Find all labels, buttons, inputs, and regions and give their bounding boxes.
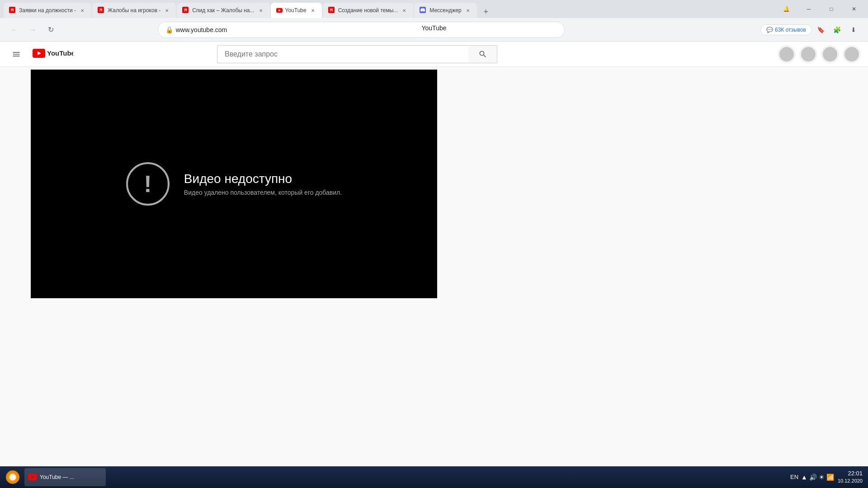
youtube-icon-btn-4[interactable] (843, 45, 861, 63)
youtube-search-wrap (217, 45, 497, 63)
back-button[interactable]: ← (7, 23, 22, 37)
tab-1-close[interactable]: ✕ (79, 7, 86, 14)
reviews-count: 63К отзывов (775, 27, 806, 33)
tab-4-youtube[interactable]: YouTube ✕ (271, 3, 322, 18)
title-bar: Я Заявки на должности - ✕ Я Жалобы на иг… (0, 0, 868, 18)
toolbar-right: 💬 63К отзывов 🔖 🧩 ⬇ (760, 23, 861, 37)
tab-favicon-1: Я (9, 7, 16, 14)
taskbar-app-youtube[interactable]: YouTube — ... (24, 468, 106, 486)
lock-icon: 🔒 (165, 26, 173, 33)
avatar-circle-3 (823, 47, 837, 61)
bookmark-button[interactable]: 🔖 (814, 23, 828, 37)
tab-5-close[interactable]: ✕ (401, 7, 408, 14)
close-button[interactable]: ✕ (844, 2, 864, 16)
volume-up-icon[interactable]: ▲ (801, 474, 807, 481)
taskbar-sys: EN ▲ 🔊 ☀ 📶 (790, 474, 834, 481)
tab-3[interactable]: Я Спид хак – Жалобы на... ✕ (177, 3, 269, 18)
sys-icons: ▲ 🔊 ☀ 📶 (801, 474, 834, 481)
tab-6-title: Мессенджер (429, 7, 461, 14)
avatar-circle-1 (779, 47, 794, 61)
tab-4-title: YouTube (285, 7, 307, 14)
avatar-circle-4 (844, 47, 859, 61)
tab-1-title: Заявки на должности - (19, 7, 76, 14)
reviews-badge[interactable]: 💬 63К отзывов (760, 24, 812, 35)
video-player: ! Видео недоступно Видео удалено пользов… (31, 70, 437, 298)
youtube-icon-btn-1[interactable] (778, 45, 796, 63)
clock-date: 10.12.2020 (838, 478, 863, 484)
youtube-search-button[interactable] (468, 45, 497, 63)
taskbar-app-icon (28, 473, 37, 482)
start-button[interactable] (2, 468, 24, 486)
youtube-header-right (778, 45, 861, 63)
video-unavail-text: Видео недоступно Видео удалено пользоват… (184, 172, 342, 196)
tab-6-messenger[interactable]: Мессенджер ✕ (414, 3, 476, 18)
taskbar-app-label: YouTube — ... (40, 474, 74, 480)
address-bar: ← → ↻ 🔒 www.youtube.com YouTube 💬 63К от… (0, 18, 868, 42)
video-unavail-subtitle: Видео удалено пользователем, который его… (184, 189, 342, 196)
svg-text:YouTube: YouTube (47, 49, 73, 57)
reload-button[interactable]: ↻ (43, 23, 58, 37)
tab-5[interactable]: Я Создание новой темы... ✕ (323, 3, 414, 18)
minimize-button[interactable]: ─ (798, 2, 819, 16)
tab-2[interactable]: Я Жалобы на игроков - ✕ (92, 3, 176, 18)
address-input-wrap: 🔒 www.youtube.com (158, 22, 565, 38)
browser-content: YouTube (0, 42, 868, 488)
tab-2-close[interactable]: ✕ (163, 7, 170, 14)
youtube-menu-button[interactable] (7, 45, 25, 63)
youtube-search-input[interactable] (217, 45, 468, 63)
maximize-button[interactable]: □ (821, 2, 842, 16)
tab-5-title: Создание новой темы... (338, 7, 398, 14)
video-unavailable-container: ! Видео недоступно Видео удалено пользов… (126, 162, 342, 206)
youtube-logo[interactable]: YouTube (33, 48, 73, 61)
brightness-icon[interactable]: ☀ (819, 474, 825, 481)
taskbar: YouTube — ... EN ▲ 🔊 ☀ 📶 22:01 10.12.202… (0, 466, 868, 488)
tab-favicon-4 (276, 7, 283, 14)
language-indicator[interactable]: EN (790, 474, 798, 480)
clock-time: 22:01 (838, 469, 863, 478)
tab-1[interactable]: Я Заявки на должности - ✕ (4, 3, 91, 18)
youtube-header: YouTube (0, 42, 868, 67)
network-icon[interactable]: 📶 (826, 474, 834, 481)
video-unavail-title: Видео недоступно (184, 172, 342, 186)
extensions-button[interactable]: 🧩 (830, 23, 844, 37)
tab-3-close[interactable]: ✕ (257, 7, 264, 14)
taskbar-clock[interactable]: 22:01 10.12.2020 (838, 469, 863, 485)
error-icon-circle: ! (126, 162, 170, 206)
notifications-button[interactable]: 🔔 (776, 2, 797, 16)
tab-2-title: Жалобы на игроков - (108, 7, 160, 14)
taskbar-right: EN ▲ 🔊 ☀ 📶 22:01 10.12.2020 (790, 469, 866, 485)
avatar-circle-2 (801, 47, 816, 61)
youtube-main: ! Видео недоступно Видео удалено пользов… (0, 67, 868, 488)
tab-favicon-5: Я (328, 7, 335, 14)
download-button[interactable]: ⬇ (846, 23, 861, 37)
forward-button[interactable]: → (25, 23, 40, 37)
tab-6-close[interactable]: ✕ (464, 7, 472, 14)
youtube-icon-btn-3[interactable] (821, 45, 839, 63)
reviews-icon: 💬 (766, 27, 773, 33)
tab-4-close[interactable]: ✕ (309, 7, 316, 14)
tab-favicon-6 (420, 7, 427, 14)
start-icon (6, 470, 19, 484)
window-controls: 🔔 ─ □ ✕ (776, 2, 864, 16)
new-tab-button[interactable]: + (480, 5, 492, 18)
address-text[interactable]: www.youtube.com (176, 26, 557, 33)
youtube-logo-icon: YouTube (33, 48, 73, 61)
svg-point-3 (9, 474, 16, 481)
youtube-icon-btn-2[interactable] (799, 45, 817, 63)
tab-3-title: Спид хак – Жалобы на... (192, 7, 254, 14)
tab-favicon-3: Я (182, 7, 189, 14)
tabs-container: Я Заявки на должности - ✕ Я Жалобы на иг… (4, 0, 774, 18)
tab-favicon-2: Я (98, 7, 105, 14)
speaker-icon[interactable]: 🔊 (809, 474, 817, 481)
